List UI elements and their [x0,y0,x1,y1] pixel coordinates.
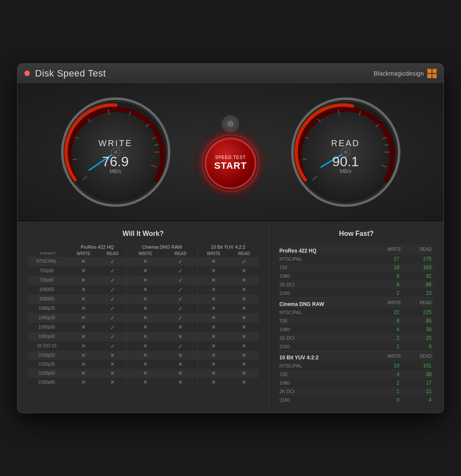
cross-icon: ✕ [81,258,86,264]
cross-icon: ✕ [211,361,216,367]
check-icon: ✓ [110,333,115,340]
table-cell: ✕ [198,341,230,351]
table-cell: ✕ [68,304,99,313]
speed-row: 1080 9 92 [280,272,433,280]
cross-icon: ✕ [143,361,148,367]
speed-write-val: 4 [368,370,403,379]
table-cell: ✕ [230,323,258,332]
read-col-header: READ [403,244,433,255]
cross-icon: ✕ [143,305,148,311]
speed-row: 2K DCI 2 25 [280,334,433,342]
cross-icon: ✕ [211,352,216,358]
table-cell: ✓ [99,257,126,266]
read-col-header: READ [403,351,433,361]
check-icon: ✓ [110,305,115,312]
cross-icon: ✕ [211,258,216,264]
table-cell: ✕ [68,360,99,369]
table-cell: ✕ [99,369,126,378]
cross-icon: ✕ [81,379,86,385]
check-icon: ✓ [178,277,183,284]
table-cell: ✕ [127,313,164,323]
table-cell: ✓ [99,341,126,351]
table-cell: ✓ [99,294,126,304]
table-cell: ✕ [230,351,258,360]
brand-name: Blackmagicdesign [373,70,424,77]
write-col-header: WRITE [368,297,403,308]
table-cell: ✕ [198,313,230,323]
cross-icon: ✕ [211,314,216,321]
cross-icon: ✕ [178,324,183,330]
speed-write-val: 27 [368,255,403,263]
speed-write-val: 2 [368,379,403,387]
table-cell: ✕ [230,341,258,351]
speed-read-val: 183 [403,263,433,272]
speed-write-val: 2 [368,289,403,298]
table-cell: ✓ [230,257,258,266]
sub-write-3: WRITE [198,250,230,257]
table-cell: ✕ [68,285,99,294]
speed-read-val: 4 [403,396,433,404]
cross-icon: ✕ [211,267,216,274]
cross-icon: ✕ [242,296,246,302]
speed-row-label: 2160 [280,342,369,351]
close-button[interactable]: ✕ [24,71,30,76]
speed-row-label: 720 [280,263,369,272]
table-cell: ✕ [127,360,164,369]
cross-icon: ✕ [211,305,216,311]
write-gauge: WRITE 76.9 MB/s [60,97,171,208]
table-row: NTSC/PAL✕✓✕✓✕✓ [28,257,259,266]
section-name: 10 Bit YUV 4:2:2 [280,351,369,361]
table-cell: ✕ [198,369,230,378]
cross-icon: ✕ [81,370,86,376]
speed-write-val: 0 [368,396,403,404]
cross-icon: ✕ [242,305,246,311]
start-test-button[interactable]: SPEED TEST START [205,138,256,189]
speed-read-val: 38 [403,370,433,379]
format-label: 2160p60 [28,378,68,387]
table-cell: ✕ [68,313,99,323]
table-row: 1080i50✕✓✕✓✕✕ [28,285,259,294]
format-label: 1080p30 [28,313,68,323]
read-unit: MB/s [332,168,359,174]
table-cell: ✓ [164,276,198,285]
speed-write-val: 8 [368,280,403,289]
table-cell: ✕ [198,266,230,276]
format-label: 1080p50 [28,323,68,332]
speed-row: 2K DCI 8 86 [280,280,433,289]
sub-write-1: WRITE [68,250,99,257]
table-cell: ✕ [99,360,126,369]
cross-icon: ✕ [178,352,183,358]
start-label-line1: SPEED TEST [215,155,246,160]
table-cell: ✕ [68,378,99,387]
speed-row: 2K DCI 1 11 [280,387,433,396]
cross-icon: ✕ [242,324,246,330]
speed-read-val: 25 [403,334,433,342]
table-cell: ✓ [164,294,198,304]
cross-icon: ✕ [178,333,183,340]
cross-icon: ✕ [143,370,148,376]
speed-row: 1080 4 38 [280,325,433,334]
table-cell: ✓ [99,285,126,294]
table-row: 2160p30✕✕✕✕✕✕ [28,360,259,369]
table-cell: ✕ [164,360,198,369]
settings-button[interactable]: ⚙ [222,115,239,132]
table-cell: ✕ [68,276,99,285]
table-row: 1080p60✕✓✕✕✕✕ [28,332,259,341]
cross-icon: ✕ [178,379,183,385]
speed-row: 720 4 38 [280,370,433,379]
title-bar: ✕ Disk Speed Test Blackmagicdesign [18,64,443,84]
table-cell: ✕ [230,378,258,387]
table-cell: ✕ [68,294,99,304]
section-name: Cinema DNG RAW [280,297,369,308]
table-row: 720p60✕✓✕✓✕✕ [28,276,259,285]
speed-row-label: 1080 [280,379,369,387]
cross-icon: ✕ [242,379,246,385]
cross-icon: ✕ [211,379,216,385]
cross-icon: ✕ [143,296,148,302]
cross-icon: ✕ [242,333,246,340]
table-cell: ✕ [68,323,99,332]
check-icon: ✓ [178,305,183,312]
speed-row: 2160 2 23 [280,289,433,298]
speed-row-label: NTSC/PAL [280,361,369,370]
speed-write-val: 8 [368,317,403,325]
